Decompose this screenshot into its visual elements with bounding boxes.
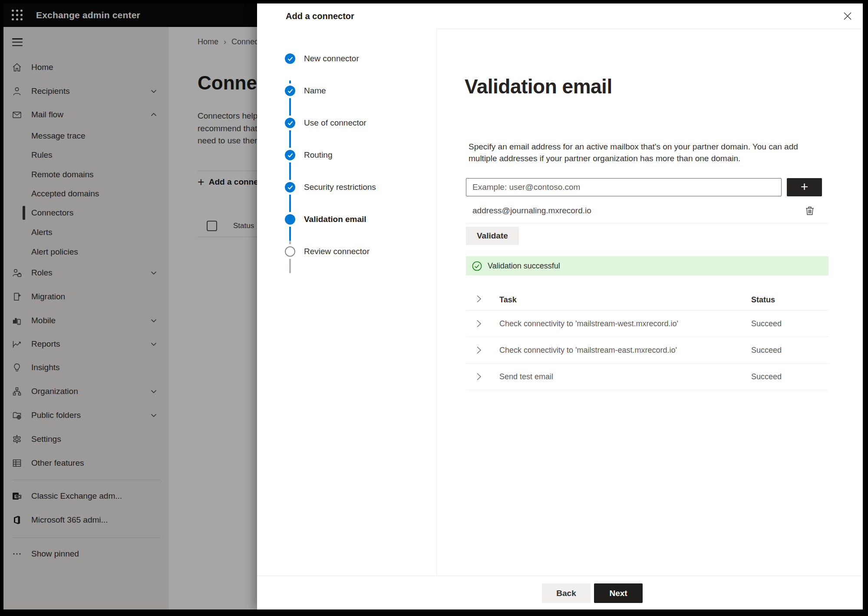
task-name: Send test email <box>499 372 553 381</box>
banner-text: Validation successful <box>488 262 560 271</box>
step-check-icon <box>285 118 295 128</box>
task-row: Check connectivity to 'mailstream-east.m… <box>466 337 828 363</box>
wizard-step-name[interactable]: Name <box>257 84 436 97</box>
step-label: Validation email <box>304 215 366 224</box>
task-column-header: Task <box>499 295 517 305</box>
step-label: Routing <box>304 150 333 160</box>
divider <box>466 390 828 390</box>
email-address-input[interactable] <box>466 178 782 196</box>
task-status: Succeed <box>751 372 782 381</box>
wizard-step-validation-email[interactable]: Validation email <box>257 213 436 226</box>
wizard-step-routing[interactable]: Routing <box>257 149 436 162</box>
table-header-row: Task Status <box>466 289 828 310</box>
panel-title: Add a connector <box>286 3 354 29</box>
trash-icon[interactable] <box>803 204 816 217</box>
task-row: Send test email Succeed <box>466 363 828 390</box>
task-status: Succeed <box>751 319 782 328</box>
success-check-icon <box>472 261 482 271</box>
step-label: Name <box>304 86 326 96</box>
step-check-icon <box>285 182 295 192</box>
step-check-icon <box>285 150 295 160</box>
wizard-step-use-of-connector[interactable]: Use of connector <box>257 116 436 129</box>
task-row: Check connectivity to 'mailstream-west.m… <box>466 310 828 337</box>
divider <box>466 223 828 223</box>
divider <box>257 576 863 576</box>
wizard-step-new-connector[interactable]: New connector <box>257 52 436 65</box>
address-email: address@journaling.mxrecord.io <box>472 206 591 215</box>
expand-all-chevron-icon[interactable] <box>476 295 482 303</box>
wizard-step-security-restrictions[interactable]: Security restrictions <box>257 181 436 194</box>
add-address-button[interactable]: + <box>787 178 822 196</box>
step-label: New connector <box>304 54 359 63</box>
content-description: Specify an email address for an active m… <box>469 141 812 164</box>
status-column-header: Status <box>751 295 775 305</box>
close-icon[interactable] <box>842 10 854 22</box>
step-check-icon <box>285 86 295 96</box>
step-label: Review connector <box>304 247 370 256</box>
task-name: Check connectivity to 'mailstream-east.m… <box>499 346 677 355</box>
expand-row-chevron-icon[interactable] <box>476 320 482 328</box>
validation-success-banner: Validation successful <box>466 256 828 275</box>
next-button[interactable]: Next <box>594 583 643 603</box>
validate-button[interactable]: Validate <box>466 227 519 245</box>
step-label: Use of connector <box>304 118 366 128</box>
expand-row-chevron-icon[interactable] <box>476 373 482 381</box>
expand-row-chevron-icon[interactable] <box>476 346 482 354</box>
task-status: Succeed <box>751 346 782 355</box>
step-pending-circle <box>285 246 295 257</box>
step-current-dot <box>285 214 295 225</box>
wizard-steps: New connector Name Use of connector Rout… <box>257 29 437 576</box>
content-heading: Validation email <box>465 75 612 98</box>
task-name: Check connectivity to 'mailstream-west.m… <box>499 319 678 328</box>
step-label: Security restrictions <box>304 182 376 192</box>
back-button[interactable]: Back <box>542 583 591 603</box>
wizard-step-review-connector[interactable]: Review connector <box>257 245 436 258</box>
panel-header: Add a connector <box>257 3 863 29</box>
add-connector-panel: Add a connector New connector Name Use o… <box>257 3 863 609</box>
step-check-icon <box>285 53 295 64</box>
address-list-item: address@journaling.mxrecord.io <box>466 202 828 220</box>
